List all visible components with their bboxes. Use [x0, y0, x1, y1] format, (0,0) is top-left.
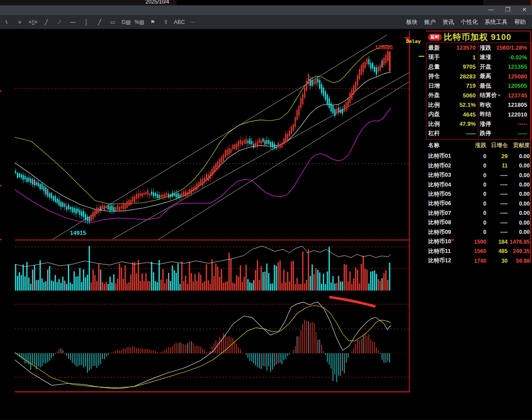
quote-row-最新: 最新123570 [428, 43, 478, 53]
quote-label: 总量 [428, 63, 440, 71]
quote-value: 121805 [508, 101, 527, 108]
double-chevron-down-icon[interactable]: » [16, 17, 24, 27]
table-row-比特币02[interactable]: 比特币020110.00 [426, 161, 531, 170]
top-strip: 2025/10/4 [0, 0, 532, 5]
contract-name: 比特币07 [428, 210, 451, 217]
golden-section-icon[interactable]: G▤ [121, 18, 131, 27]
table-row-比特币08[interactable]: 比特币080----0.00 [426, 218, 531, 227]
menu-item-5[interactable]: 帮助 [514, 18, 526, 26]
quote-row-比例: 比例47.9% [428, 119, 478, 129]
minimize-button[interactable]: — [483, 5, 498, 15]
parallel-lines-icon[interactable]: ⑊ [2, 18, 11, 27]
change-value: 0 [483, 182, 486, 188]
table-row-比特币04[interactable]: 比特币040----0.00 [426, 180, 531, 189]
oi-value: ---- [500, 220, 508, 226]
menu-item-2[interactable]: 资讯 [442, 18, 454, 26]
contract-name: 比特币01 [428, 152, 451, 160]
menu-item-0[interactable]: 板块 [406, 18, 418, 26]
trading-terminal-window: 2025/10/4 — ❐ ✕ ⑊»+▯+╱∕—│╱▭G▤%▤⚑⇧ABC⋯ 板块… [0, 0, 532, 420]
horizontal-line-icon[interactable]: — [68, 18, 78, 27]
rectangle-icon[interactable]: ▭ [108, 18, 117, 27]
quote-row-涨跌: 涨跌1560/1.28% [480, 43, 529, 53]
quote-row-跌停: 跌停----- [480, 129, 529, 139]
quote-row-日增: 日增719 [428, 81, 478, 91]
delay-badge: 延时 [428, 34, 442, 41]
contract-name: 比特币09 [428, 229, 451, 236]
quote-header: 延时 比特币加权 9100 [426, 32, 530, 43]
contract-name: 比特币03 [428, 171, 451, 179]
menu-item-1[interactable]: 账户 [424, 18, 436, 26]
settlement-dropdown-icon[interactable]: ▼ [497, 93, 501, 97]
trend-line-icon[interactable]: ╱ [42, 18, 51, 27]
table-row-比特币01[interactable]: 比特币010290.00 [426, 152, 531, 161]
change-value: 0 [483, 210, 486, 216]
quote-label: 现手 [428, 53, 440, 61]
contract-name: 比特币05 [428, 191, 451, 198]
chart-canvas[interactable] [0, 29, 425, 420]
contrib-value: 0.00 [519, 201, 530, 207]
table-row-比特币09[interactable]: 比特币090----0.00 [426, 228, 531, 237]
menu-item-3[interactable]: 个性化 [461, 18, 478, 26]
quote-value: 5060 [463, 92, 476, 99]
quote-label: 最高 [480, 72, 491, 80]
contract-name: 比特币10M [428, 238, 454, 245]
quote-label: 昨收 [480, 101, 491, 109]
quote-label: 跌停 [480, 129, 491, 137]
left-axis-tick: ▸ [0, 183, 2, 187]
main-contract-mark: M [451, 238, 454, 242]
contract-name: 比特币加权 [444, 32, 488, 42]
change-value: 0 [483, 191, 486, 197]
price-flag-icon[interactable]: ⚑ [148, 18, 157, 27]
contrib-value: 59.88 [516, 258, 530, 264]
quote-value: 28283 [460, 73, 476, 80]
quote-value: 123745 [508, 92, 527, 99]
quote-value: 121355 [508, 63, 527, 70]
table-row-比特币07[interactable]: 比特币070----0.00 [426, 209, 531, 218]
arrow-up-icon[interactable]: ⇧ [161, 18, 171, 27]
quote-value: 4645 [463, 111, 476, 118]
table-row-比特币11[interactable]: 比特币111560485249.35 [426, 247, 531, 256]
contrib-value: 1476.85 [510, 239, 530, 245]
contract-name: 比特币08 [428, 219, 451, 226]
quote-value: 719 [466, 82, 476, 89]
table-row-比特币06[interactable]: 比特币060----0.00 [426, 199, 531, 208]
quote-value: 125080 [508, 73, 527, 80]
table-row-比特币05[interactable]: 比特币050----0.00 [426, 190, 531, 199]
quote-label: 日增 [428, 82, 440, 90]
menu-bar: 板块账户资讯个性化系统工具帮助 [406, 18, 532, 26]
quote-row-昨结: 昨结122010 [480, 110, 529, 120]
more-tools-icon[interactable]: ⋯ [188, 18, 197, 27]
oi-value: ---- [500, 210, 508, 216]
quote-label: 最低 [480, 82, 491, 90]
contrib-value: 0.00 [519, 229, 530, 235]
percent-lines-icon[interactable]: %▤ [135, 18, 144, 27]
segment-line-icon[interactable]: ╱ [95, 18, 104, 27]
dashed-line-icon[interactable]: ∕ [55, 18, 64, 27]
oi-value: ---- [500, 191, 508, 197]
table-row-比特币12[interactable]: 比特币1217403059.88 [426, 256, 531, 265]
table-row-比特币10[interactable]: 比特币10M15901841476.85 [426, 237, 531, 246]
vertical-line-icon[interactable]: │ [82, 18, 91, 27]
quote-row-开盘: 开盘121355 [480, 62, 529, 72]
close-button[interactable]: ✕ [517, 5, 532, 15]
contrib-value: 249.35 [513, 248, 530, 254]
quote-row-持仓: 持仓28283 [428, 72, 478, 82]
menu-item-4[interactable]: 系统工具 [485, 18, 508, 26]
change-value: 1740 [474, 258, 486, 264]
high-price-annotation: 125885 [375, 44, 393, 51]
quote-label: 开盘 [480, 63, 491, 71]
contrib-value: 0.00 [519, 191, 530, 197]
drawing-tools: ⑊»+▯+╱∕—│╱▭G▤%▤⚑⇧ABC⋯ [0, 18, 197, 27]
change-value: 0 [483, 229, 486, 235]
text-label-icon[interactable]: ABC [175, 18, 184, 27]
delay-label: Delay [406, 39, 421, 44]
period-adjust-icon[interactable]: +▯+ [28, 18, 38, 27]
quote-row-涨停: 涨停----- [480, 119, 529, 129]
contrib-value: 0.00 [519, 182, 530, 188]
oi-value: 30 [501, 258, 508, 264]
table-row-比特币03[interactable]: 比特币030----0.00 [426, 171, 531, 180]
quote-label: 比例 [428, 120, 440, 128]
restore-button[interactable]: ❐ [500, 5, 515, 15]
quote-row-速涨: 速涨-0.02% [480, 53, 529, 62]
quote-value: 1 [473, 54, 476, 61]
